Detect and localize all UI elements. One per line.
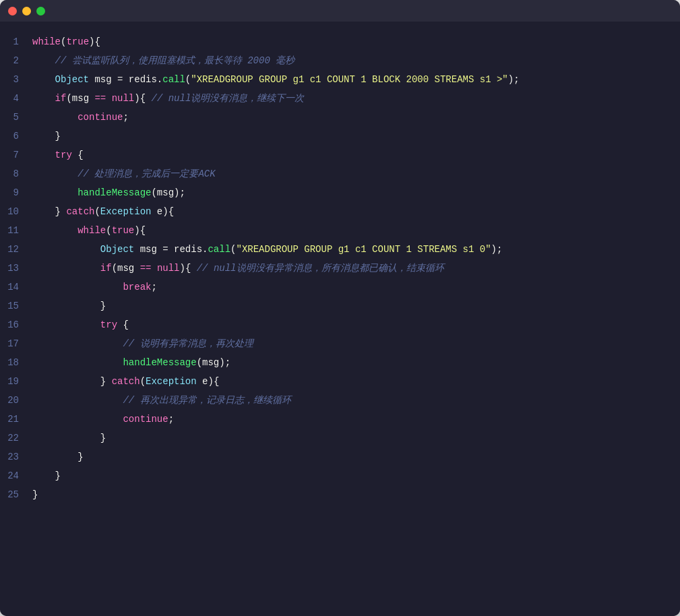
line-17: 17 // 说明有异常消息，再次处理 xyxy=(0,334,680,353)
line-4: 4 if(msg == null){ // null说明没有消息，继续下一次 xyxy=(0,89,680,108)
code-window: 1 while(true){ 2 // 尝试监听队列，使用阻塞模式，最长等待 2… xyxy=(0,0,680,616)
titlebar xyxy=(0,0,680,22)
code-area: 1 while(true){ 2 // 尝试监听队列，使用阻塞模式，最长等待 2… xyxy=(0,22,680,616)
line-6: 6 } xyxy=(0,127,680,146)
line-8: 8 // 处理消息，完成后一定要ACK xyxy=(0,164,680,183)
close-button[interactable] xyxy=(8,7,17,16)
line-12: 12 Object msg = redis.call("XREADGROUP G… xyxy=(0,240,680,259)
line-22: 22 } xyxy=(0,429,680,448)
line-14: 14 break; xyxy=(0,278,680,297)
minimize-button[interactable] xyxy=(22,7,31,16)
line-10: 10 } catch(Exception e){ xyxy=(0,202,680,221)
maximize-button[interactable] xyxy=(36,7,45,16)
line-11: 11 while(true){ xyxy=(0,221,680,240)
line-20: 20 // 再次出现异常，记录日志，继续循环 xyxy=(0,391,680,410)
line-23: 23 } xyxy=(0,448,680,466)
line-13: 13 if(msg == null){ // null说明没有异常消息，所有消息… xyxy=(0,259,680,278)
line-7: 7 try { xyxy=(0,146,680,164)
line-3: 3 Object msg = redis.call("XREADGROUP GR… xyxy=(0,70,680,89)
line-5: 5 continue; xyxy=(0,108,680,127)
line-19: 19 } catch(Exception e){ xyxy=(0,372,680,391)
line-9: 9 handleMessage(msg); xyxy=(0,183,680,202)
line-25: 25 } xyxy=(0,485,680,504)
line-18: 18 handleMessage(msg); xyxy=(0,353,680,372)
line-24: 24 } xyxy=(0,466,680,485)
line-21: 21 continue; xyxy=(0,410,680,429)
line-1: 1 while(true){ xyxy=(0,32,680,51)
line-16: 16 try { xyxy=(0,315,680,334)
line-2: 2 // 尝试监听队列，使用阻塞模式，最长等待 2000 毫秒 xyxy=(0,51,680,70)
line-15: 15 } xyxy=(0,297,680,315)
